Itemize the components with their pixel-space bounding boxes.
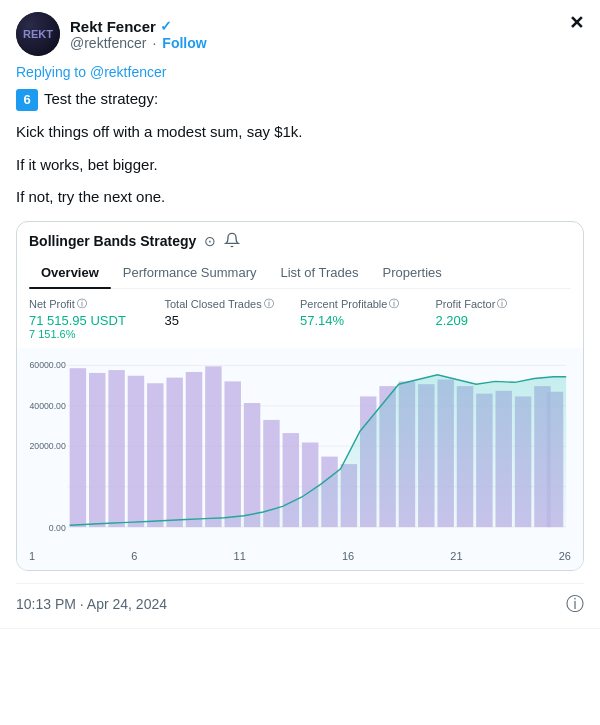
follow-button[interactable]: Follow (162, 35, 206, 51)
svg-rect-13 (147, 383, 163, 527)
svg-rect-12 (128, 375, 144, 526)
step-number: 6 (16, 89, 38, 111)
stat-percent-profitable-label: Percent Profitable ⓘ (300, 297, 436, 311)
total-closed-info-icon[interactable]: ⓘ (264, 297, 274, 311)
user-handle-row: @rektfencer · Follow (70, 35, 207, 51)
chart-header: Bollinger Bands Strategy ⊙ Overview Perf… (17, 222, 583, 289)
stat-net-profit-label: Net Profit ⓘ (29, 297, 165, 311)
chart-area: 60000.00 40000.00 20000.00 0.00 (17, 348, 583, 548)
percent-profitable-info-icon[interactable]: ⓘ (389, 297, 399, 311)
user-handle: @rektfencer (70, 35, 146, 51)
svg-rect-16 (205, 366, 221, 527)
x-label-1: 1 (29, 550, 35, 562)
replying-to-label: Replying to (16, 64, 86, 80)
stats-row: Net Profit ⓘ 71 515.95 USDT 7 151.6% Tot… (17, 289, 583, 348)
stat-net-profit-value: 71 515.95 USDT (29, 313, 165, 328)
net-profit-info-icon[interactable]: ⓘ (77, 297, 87, 311)
replying-to-handle[interactable]: @rektfencer (90, 64, 166, 80)
svg-rect-10 (89, 372, 105, 526)
stat-percent-profitable: Percent Profitable ⓘ 57.14% (300, 297, 436, 340)
chart-title-row: Bollinger Bands Strategy ⊙ (29, 232, 571, 251)
stat-net-profit: Net Profit ⓘ 71 515.95 USDT 7 151.6% (29, 297, 165, 340)
tweet-body: 6 Test the strategy: Kick things off wit… (16, 88, 584, 209)
step-line: 6 Test the strategy: (16, 88, 584, 111)
stat-net-profit-sub: 7 151.6% (29, 328, 165, 340)
stat-profit-factor-label: Profit Factor ⓘ (436, 297, 572, 311)
tweet: REKT Rekt Fencer ✓ @rektfencer · Follow … (0, 0, 600, 629)
svg-text:40000.00: 40000.00 (29, 400, 66, 410)
alert-icon[interactable] (224, 232, 240, 251)
tweet-time: 10:13 PM · Apr 24, 2024 (16, 596, 167, 612)
tab-properties[interactable]: Properties (371, 257, 454, 288)
tweet-footer: 10:13 PM · Apr 24, 2024 ⓘ (16, 583, 584, 616)
svg-rect-9 (70, 368, 86, 527)
stat-profit-factor: Profit Factor ⓘ 2.209 (436, 297, 572, 340)
svg-text:60000.00: 60000.00 (29, 360, 66, 370)
chart-card: Bollinger Bands Strategy ⊙ Overview Perf… (16, 221, 584, 571)
settings-icon[interactable]: ⊙ (204, 233, 216, 249)
chart-tabs: Overview Performance Summary List of Tra… (29, 257, 571, 289)
tab-performance-summary[interactable]: Performance Summary (111, 257, 269, 288)
x-label-11: 11 (234, 550, 246, 562)
svg-rect-18 (244, 403, 260, 527)
svg-rect-14 (166, 377, 182, 526)
svg-rect-11 (108, 370, 124, 527)
body-line1: Kick things off with a modest sum, say $… (16, 121, 584, 144)
stat-total-closed-label: Total Closed Trades ⓘ (165, 297, 301, 311)
svg-text:0.00: 0.00 (49, 522, 66, 532)
avatar-image: REKT (16, 12, 60, 56)
replying-to: Replying to @rektfencer (16, 64, 584, 80)
body-line2: If it works, bet bigger. (16, 154, 584, 177)
svg-rect-17 (225, 381, 241, 527)
user-info: REKT Rekt Fencer ✓ @rektfencer · Follow (16, 12, 207, 56)
x-label-6: 6 (131, 550, 137, 562)
stat-percent-profitable-value: 57.14% (300, 313, 436, 328)
stat-total-closed-value: 35 (165, 313, 301, 328)
info-icon[interactable]: ⓘ (566, 592, 584, 616)
body-line3: If not, try the next one. (16, 186, 584, 209)
x-label-16: 16 (342, 550, 354, 562)
verified-icon: ✓ (160, 18, 172, 34)
stat-profit-factor-value: 2.209 (436, 313, 572, 328)
svg-rect-15 (186, 371, 202, 526)
chart-title: Bollinger Bands Strategy (29, 233, 196, 249)
step-text: Test the strategy: (44, 90, 158, 107)
x-label-21: 21 (450, 550, 462, 562)
user-name: Rekt Fencer (70, 18, 156, 35)
chart-svg: 60000.00 40000.00 20000.00 0.00 (29, 356, 571, 544)
tweet-header: REKT Rekt Fencer ✓ @rektfencer · Follow … (16, 12, 584, 56)
x-label-26: 26 (559, 550, 571, 562)
user-name-row: Rekt Fencer ✓ (70, 18, 207, 35)
chart-x-labels: 1 6 11 16 21 26 (17, 548, 583, 570)
tab-overview[interactable]: Overview (29, 257, 111, 288)
avatar[interactable]: REKT (16, 12, 60, 56)
separator: · (152, 35, 156, 51)
svg-text:20000.00: 20000.00 (29, 441, 66, 451)
tab-list-of-trades[interactable]: List of Trades (268, 257, 370, 288)
user-details: Rekt Fencer ✓ @rektfencer · Follow (70, 18, 207, 51)
profit-factor-info-icon[interactable]: ⓘ (497, 297, 507, 311)
x-icon[interactable]: ✕ (569, 12, 584, 34)
stat-total-closed-trades: Total Closed Trades ⓘ 35 (165, 297, 301, 340)
